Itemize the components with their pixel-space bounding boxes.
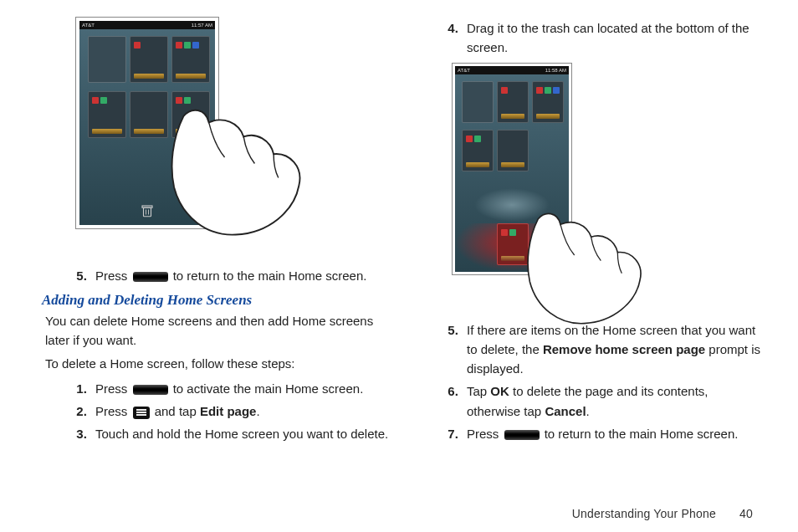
bold-label: Edit page bbox=[200, 404, 257, 418]
step-item: Tap OK to delete the page and its conten… bbox=[462, 381, 761, 421]
phone-statusbar: AT&T 11:58 AM bbox=[455, 66, 569, 74]
time-label: 11:57 AM bbox=[192, 23, 212, 28]
trash-icon bbox=[140, 203, 155, 218]
step-list-main: Press to activate the main Home screen. … bbox=[42, 379, 393, 444]
hand-pointer-icon bbox=[167, 100, 326, 243]
page-footer: Understanding Your Phone 40 bbox=[572, 507, 753, 520]
home-thumb bbox=[130, 36, 168, 83]
step-list-right: If there are items on the Home screen th… bbox=[427, 320, 761, 444]
step-text: Drag it to the trash can located at the … bbox=[467, 21, 749, 54]
intro-paragraph: You can delete Home screens and then add… bbox=[42, 312, 393, 350]
step-text: and tap bbox=[155, 404, 197, 418]
step-list-right-top: Drag it to the trash can located at the … bbox=[427, 18, 761, 58]
step-list-top: Press to return to the main Home screen. bbox=[42, 266, 393, 285]
home-thumb bbox=[462, 130, 494, 171]
step-text: Press bbox=[95, 404, 127, 418]
step-item: Press to activate the main Home screen. bbox=[90, 379, 393, 398]
step-text: Press bbox=[95, 269, 127, 283]
carrier-label: AT&T bbox=[458, 68, 470, 73]
step-text: to return to the main Home screen. bbox=[545, 427, 739, 441]
right-column: Drag it to the trash can located at the … bbox=[427, 17, 761, 449]
step-text: Press bbox=[95, 381, 127, 396]
bold-label: Cancel bbox=[545, 404, 586, 418]
carrier-label: AT&T bbox=[82, 23, 95, 28]
home-thumb bbox=[532, 81, 564, 123]
step-text: Press bbox=[467, 427, 499, 441]
step-item: Touch and hold the Home screen you want … bbox=[90, 424, 393, 443]
left-column: AT&T 11:57 AM bbox=[42, 17, 393, 449]
svg-rect-0 bbox=[144, 207, 151, 217]
step-item: Press to return to the main Home screen. bbox=[90, 266, 393, 285]
time-label: 11:58 AM bbox=[545, 68, 566, 73]
svg-rect-1 bbox=[142, 206, 152, 207]
step-text: Tap bbox=[467, 384, 487, 398]
subheading: Adding and Deleting Home Screens bbox=[42, 292, 393, 309]
step-text: Touch and hold the Home screen you want … bbox=[95, 427, 388, 441]
home-key-icon bbox=[133, 385, 168, 395]
page-number: 40 bbox=[739, 507, 753, 520]
phone-statusbar: AT&T 11:57 AM bbox=[79, 21, 215, 29]
step-item: Drag it to the trash can located at the … bbox=[462, 18, 761, 58]
step-text: . bbox=[586, 404, 590, 418]
home-key-icon bbox=[133, 272, 168, 282]
step-text: to return to the main Home screen. bbox=[173, 269, 367, 283]
bold-label: OK bbox=[490, 384, 509, 398]
bold-label: Remove home screen page bbox=[543, 342, 705, 356]
menu-key-icon bbox=[133, 407, 150, 419]
lead-paragraph: To delete a Home screen, follow these st… bbox=[42, 355, 393, 374]
figure-home-screen-edit: AT&T 11:57 AM bbox=[75, 17, 326, 259]
home-thumb bbox=[171, 36, 210, 83]
home-key-icon bbox=[504, 430, 540, 440]
step-text: . bbox=[256, 404, 259, 418]
figure-drag-to-trash: AT&T 11:58 AM bbox=[452, 63, 669, 314]
step-item: Press and tap Edit page. bbox=[90, 402, 393, 421]
home-thumb bbox=[497, 130, 529, 171]
step-text: to activate the main Home screen. bbox=[173, 381, 364, 396]
step-item: Press to return to the main Home screen. bbox=[462, 424, 761, 443]
section-title: Understanding Your Phone bbox=[572, 507, 716, 520]
home-thumb bbox=[462, 81, 494, 123]
home-thumb bbox=[130, 91, 168, 138]
home-thumb bbox=[88, 36, 126, 83]
hand-pointer-icon bbox=[519, 205, 669, 330]
home-thumb bbox=[88, 91, 126, 138]
home-thumb bbox=[497, 81, 529, 123]
